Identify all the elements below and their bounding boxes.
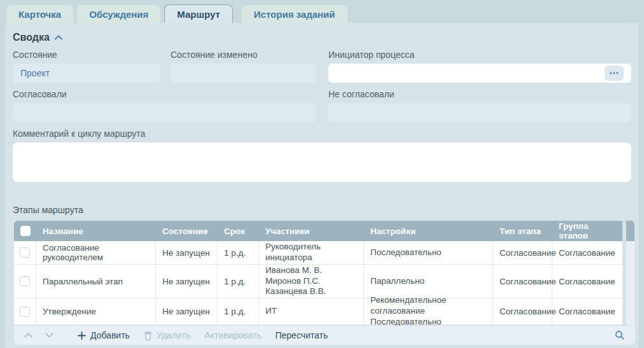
tab-discussions[interactable]: Обсуждения	[77, 5, 160, 23]
search-button[interactable]	[615, 330, 625, 340]
initiator-input[interactable]	[328, 64, 631, 83]
cell-stage-group: Согласование	[552, 265, 622, 298]
row-checkbox[interactable]	[20, 307, 30, 317]
tab-bar: Карточка Обсуждения Маршрут История зада…	[6, 5, 347, 23]
comment-label: Комментарий к циклу маршрута	[13, 129, 631, 139]
cell-state: Не запущен	[156, 265, 218, 298]
state-input[interactable]: Проект	[13, 64, 160, 83]
chevron-up-icon	[24, 333, 32, 338]
move-down-button[interactable]	[45, 333, 53, 338]
select-all-checkbox[interactable]	[20, 226, 31, 236]
cell-settings: Параллельно	[364, 265, 493, 298]
cell-name: Согласование руководителем	[36, 241, 156, 264]
ellipsis-icon	[610, 72, 619, 74]
column-header-participants: Участники	[259, 223, 364, 240]
tab-route[interactable]: Маршрут	[164, 4, 233, 23]
cell-state: Не запущен	[156, 241, 218, 264]
cell-participants: ИТ	[259, 298, 364, 324]
cell-stage-type: Согласование	[493, 265, 552, 298]
chevron-down-icon	[45, 333, 53, 338]
row-checkbox-cell	[14, 298, 36, 324]
state-changed-input[interactable]	[171, 64, 316, 83]
column-header-name: Название	[36, 223, 156, 240]
cell-stage-group: Согласование	[552, 241, 622, 264]
cell-stage-group: Согласование	[552, 298, 622, 324]
delete-button-label: Удалить	[157, 330, 190, 340]
cell-term: 1 р.д.	[218, 241, 259, 264]
state-value: Проект	[20, 68, 50, 78]
cell-stage-type: Согласование	[493, 241, 552, 264]
table-row[interactable]: Параллельный этап Не запущен 1 р.д. Иван…	[14, 265, 622, 298]
scrollbar-track[interactable]	[626, 241, 634, 325]
stages-title: Этапы маршрута	[13, 205, 83, 215]
initiator-field: Инициатор процесса	[328, 50, 631, 83]
column-header-stage-type: Тип этапа	[493, 223, 552, 240]
plus-icon	[78, 331, 86, 340]
select-all-cell	[14, 222, 36, 240]
cell-state: Не запущен	[156, 298, 218, 324]
row-checkbox[interactable]	[20, 276, 30, 286]
column-header-stage-group: Группа этапов	[552, 218, 622, 244]
tab-card[interactable]: Карточка	[6, 5, 73, 23]
comment-field: Комментарий к циклу маршрута	[13, 129, 631, 184]
approved-label: Согласовали	[13, 89, 316, 99]
approved-input[interactable]	[13, 103, 316, 122]
add-button[interactable]: Добавить	[78, 330, 130, 340]
row-checkbox-cell	[14, 241, 36, 264]
move-up-button[interactable]	[24, 333, 32, 338]
tab-discussions-label: Обсуждения	[89, 9, 148, 20]
stages-table: Название Состояние Срок Участники Настро…	[14, 221, 622, 325]
cell-term: 1 р.д.	[218, 265, 259, 298]
cell-participants: Руководитель инициатора	[259, 241, 364, 264]
cell-stage-type: Согласование	[493, 298, 552, 324]
recalculate-button[interactable]: Пересчитать	[275, 330, 328, 340]
summary-title: Сводка	[13, 32, 50, 43]
activate-button[interactable]: Активировать	[204, 330, 261, 340]
route-panel: Сводка Состояние Проект Состояние измене…	[5, 23, 639, 348]
summary-section-header[interactable]: Сводка	[13, 32, 62, 43]
table-vertical-scrollbar[interactable]	[626, 221, 634, 325]
scrollbar-header-cap	[626, 221, 634, 241]
column-header-settings: Настройки	[364, 223, 493, 240]
trash-icon	[144, 331, 152, 340]
stages-table-header: Название Состояние Срок Участники Настро…	[14, 221, 622, 241]
not-approved-field: Не согласовали	[328, 89, 631, 122]
collapse-chevron-icon	[55, 35, 62, 40]
column-header-state: Состояние	[156, 223, 218, 240]
recalculate-button-label: Пересчитать	[275, 330, 328, 340]
not-approved-label: Не согласовали	[328, 89, 631, 99]
initiator-label: Инициатор процесса	[328, 50, 631, 60]
not-approved-input[interactable]	[328, 103, 631, 122]
cell-settings: Рекомендательное согласование Последоват…	[364, 298, 493, 324]
tab-route-label: Маршрут	[177, 9, 220, 20]
cell-name: Утверждение	[36, 298, 156, 324]
cell-participants: Иванова М. В. Миронов П.С. Казанцева В.В…	[259, 265, 364, 298]
table-row[interactable]: Утверждение Не запущен 1 р.д. ИТ Рекомен…	[14, 298, 622, 325]
search-icon	[615, 330, 625, 340]
approved-field: Согласовали	[13, 89, 316, 122]
state-changed-label: Состояние изменено	[171, 50, 316, 60]
tab-task-history-label: История заданий	[254, 9, 335, 20]
add-button-label: Добавить	[90, 330, 130, 340]
stages-toolbar: Добавить Удалить Активировать Пересчитат…	[14, 326, 635, 345]
table-row[interactable]: Согласование руководителем Не запущен 1 …	[14, 241, 622, 265]
comment-textarea[interactable]	[13, 143, 631, 182]
delete-button[interactable]: Удалить	[144, 330, 190, 340]
state-field: Состояние Проект	[13, 50, 160, 83]
tab-card-label: Карточка	[18, 9, 61, 20]
initiator-picker-button[interactable]	[605, 66, 624, 81]
row-checkbox[interactable]	[20, 247, 30, 258]
cell-term: 1 р.д.	[218, 298, 259, 324]
activate-button-label: Активировать	[204, 330, 261, 340]
column-header-term: Срок	[218, 223, 259, 240]
row-checkbox-cell	[14, 265, 36, 298]
state-changed-field: Состояние изменено	[171, 50, 316, 83]
tab-task-history[interactable]: История заданий	[242, 5, 347, 23]
state-label: Состояние	[13, 50, 160, 60]
cell-settings: Последовательно	[364, 241, 493, 264]
cell-name: Параллельный этап	[36, 265, 156, 298]
